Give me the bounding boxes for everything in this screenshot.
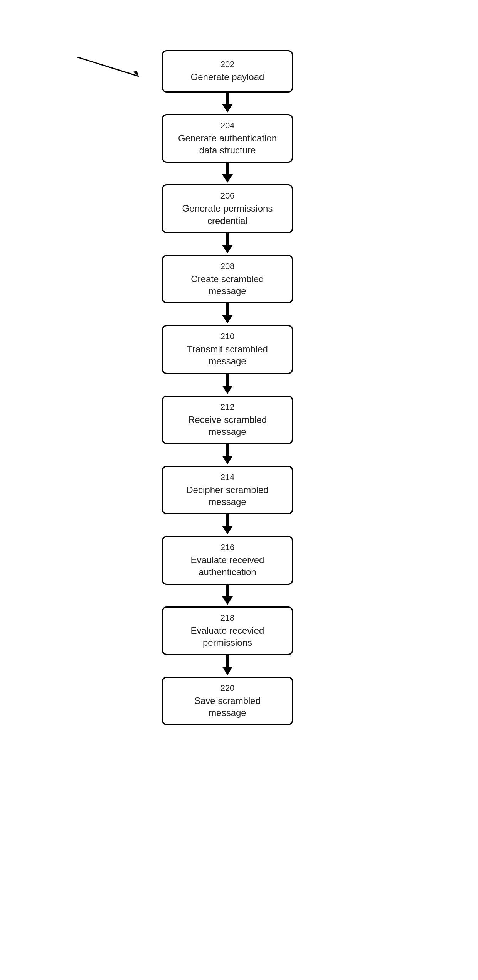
step-212-label: Receive scrambledmessage <box>188 414 267 438</box>
arrow-head-icon <box>222 174 233 183</box>
arrow-step-218 <box>220 655 235 677</box>
arrow-shaft-icon <box>226 374 229 386</box>
step-218: 218Evaluate receviedpermissions <box>162 606 293 655</box>
arrow-head-icon <box>222 456 233 464</box>
step-210-label: Transmit scrambledmessage <box>187 343 268 367</box>
step-206: 206Generate permissionscredential <box>162 184 293 233</box>
arrow-step-212 <box>220 444 235 466</box>
svg-line-0 <box>77 57 139 76</box>
arrow-head-icon <box>222 596 233 605</box>
arrow-head-icon <box>222 245 233 253</box>
step-206-number: 206 <box>220 191 235 201</box>
step-216-number: 216 <box>220 542 235 552</box>
arrow-head-icon <box>222 526 233 534</box>
step-204-number: 204 <box>220 121 235 131</box>
step-218-label: Evaluate receviedpermissions <box>191 625 264 648</box>
step-212: 212Receive scrambledmessage <box>162 396 293 444</box>
arrow-step-208 <box>220 303 235 325</box>
arrow-shaft-icon <box>226 655 229 667</box>
arrow-shaft-icon <box>226 93 229 104</box>
arrow-step-202 <box>220 93 235 114</box>
arrow-step-210 <box>220 374 235 396</box>
step-220-number: 220 <box>220 683 235 693</box>
step-216-label: Evaulate receivedauthentication <box>191 554 264 578</box>
arrow-head-icon <box>222 386 233 394</box>
arrow-shaft-icon <box>226 585 229 596</box>
step-218-number: 218 <box>220 613 235 623</box>
step-216: 216Evaulate receivedauthentication <box>162 536 293 584</box>
step-210-number: 210 <box>220 332 235 342</box>
arrow-step-204 <box>220 163 235 184</box>
arrow-step-216 <box>220 585 235 606</box>
step-208-label: Create scrambledmessage <box>191 273 264 297</box>
step-202: 202Generate payload <box>162 50 293 93</box>
step-214-label: Decipher scrambledmessage <box>186 484 268 508</box>
step-204: 204Generate authenticationdata structure <box>162 114 293 163</box>
step-208: 208Create scrambledmessage <box>162 255 293 303</box>
step-214: 214Decipher scrambledmessage <box>162 466 293 514</box>
arrow-step-214 <box>220 514 235 536</box>
arrow-step-206 <box>220 233 235 255</box>
diagram-pointer-arrow <box>77 57 146 80</box>
arrow-head-icon <box>222 315 233 323</box>
step-220-label: Save scrambledmessage <box>194 695 261 719</box>
step-212-number: 212 <box>220 402 235 412</box>
arrow-shaft-icon <box>226 303 229 315</box>
arrow-head-icon <box>222 667 233 675</box>
step-210: 210Transmit scrambledmessage <box>162 325 293 374</box>
step-202-number: 202 <box>220 59 235 69</box>
page-container: 202Generate payload204Generate authentic… <box>0 0 478 980</box>
step-220: 220Save scrambledmessage <box>162 677 293 725</box>
arrow-shaft-icon <box>226 444 229 456</box>
step-208-number: 208 <box>220 261 235 271</box>
arrow-shaft-icon <box>226 163 229 174</box>
flowchart: 202Generate payload204Generate authentic… <box>146 50 308 725</box>
step-202-label: Generate payload <box>191 71 264 83</box>
arrow-shaft-icon <box>226 233 229 245</box>
step-214-number: 214 <box>220 472 235 482</box>
arrow-shaft-icon <box>226 514 229 526</box>
step-204-label: Generate authenticationdata structure <box>178 132 277 156</box>
step-206-label: Generate permissionscredential <box>182 202 273 226</box>
arrow-head-icon <box>222 104 233 113</box>
